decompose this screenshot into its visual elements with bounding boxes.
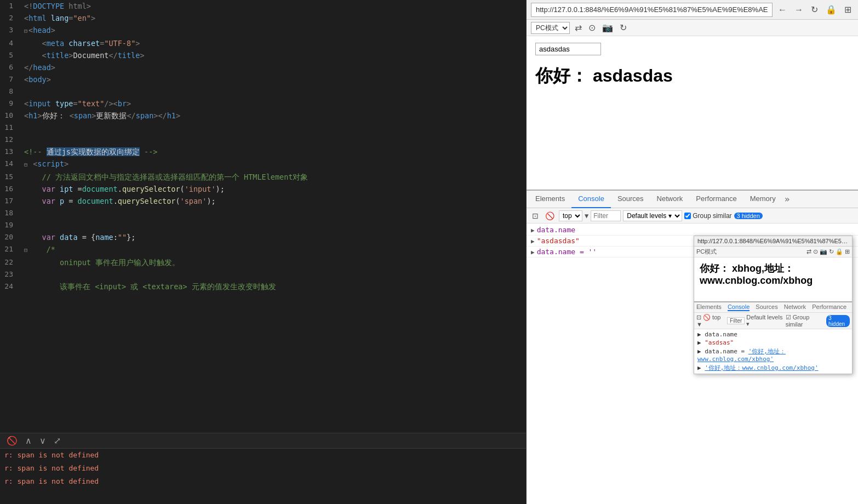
code-line-10: 10 <h1>你好： <span>更新数据</span></h1> bbox=[0, 110, 526, 122]
dt-group-similar-label[interactable]: Group similar bbox=[684, 212, 731, 220]
code-line-4: 4 <meta charset="UTF-8"> bbox=[0, 37, 526, 49]
devtools-toolbar: ⊡ 🚫 top ▼ Default levels ▾ Group similar… bbox=[527, 208, 858, 224]
tab-network[interactable]: Network bbox=[650, 191, 690, 208]
browser-forward-btn[interactable]: → bbox=[792, 4, 805, 16]
code-line-1: 1 <!DOCTYPE html> bbox=[0, 0, 526, 12]
dt-filter-label: ▼ bbox=[585, 212, 588, 220]
console-toolbar: 🚫 ∧ ∨ ⤢ bbox=[0, 433, 526, 449]
dt-hidden-badge: 3 hidden bbox=[734, 213, 763, 219]
code-area: 1 <!DOCTYPE html> 2 <html lang="en"> 3 ⊟… bbox=[0, 0, 526, 433]
popup-devtools-tabs: Elements Console Sources Network Perform… bbox=[694, 302, 852, 313]
browser-grid-btn[interactable]: ⊞ bbox=[842, 3, 854, 16]
dt-clear-btn[interactable]: 🚫 bbox=[543, 211, 557, 221]
code-line-7: 7 <body> bbox=[0, 73, 526, 85]
log-text-1: data.name bbox=[537, 226, 575, 234]
url-input[interactable] bbox=[531, 3, 773, 17]
code-line-18: 18 bbox=[0, 207, 526, 219]
console-error-1: r: span is not defined bbox=[0, 449, 526, 462]
log-arrow-2: ▶ bbox=[531, 238, 535, 245]
code-line-15: 15 // 方法返回文档中与指定选择器或选择器组匹配的第一个 HTMLEleme… bbox=[0, 171, 526, 183]
code-line-6: 6 </head> bbox=[0, 61, 526, 73]
browser-lock-btn[interactable]: 🔒 bbox=[823, 3, 839, 16]
log-arrow-1: ▶ bbox=[531, 227, 535, 234]
popup-log-3: ▶ data.name = '你好,地址：www.cnblog.com/xbho… bbox=[696, 347, 850, 363]
tab-console[interactable]: Console bbox=[571, 191, 611, 208]
popup-log-2: ▶ "asdsas" bbox=[696, 339, 850, 347]
console-error-3: r: span is not defined bbox=[0, 475, 526, 488]
code-line-5: 5 <title>Document</title> bbox=[0, 49, 526, 61]
browser-viewport: 你好： asdasdas bbox=[527, 36, 858, 190]
popup-log-area: ▶ data.name ▶ "asdsas" ▶ data.name = '你好… bbox=[694, 329, 852, 374]
popup-heading: 你好： xbhog,地址： www.cnblog.com/xbhog bbox=[700, 262, 846, 287]
code-line-12: 12 bbox=[0, 134, 526, 146]
console-down-btn[interactable]: ∨ bbox=[37, 436, 48, 446]
dt-inspect-btn[interactable]: ⊡ bbox=[530, 211, 541, 221]
browser-url-bar: ← → ↻ 🔒 ⊞ bbox=[527, 0, 858, 20]
tab-memory[interactable]: Memory bbox=[743, 191, 782, 208]
console-expand-btn[interactable]: ⤢ bbox=[52, 436, 63, 446]
browser-back-btn[interactable]: ← bbox=[776, 4, 789, 16]
dt-levels-select[interactable]: Default levels ▾ bbox=[623, 210, 682, 221]
code-line-24: 24 该事件在 <input> 或 <textarea> 元素的值发生改变时触发 bbox=[0, 280, 526, 293]
viewport-heading: 你好： asdasdas bbox=[535, 64, 849, 88]
code-line-11: 11 bbox=[0, 122, 526, 134]
code-line-22: 22 oninput 事件在用户输入时触发。 bbox=[0, 256, 526, 268]
log-arrow-3: ▶ bbox=[531, 249, 535, 256]
console-up-btn[interactable]: ∧ bbox=[23, 436, 34, 446]
popup-mode-bar: PC模式 ⇄ ⊙ 📷 ↻ 🔒 ⊞ bbox=[694, 247, 852, 257]
code-line-20: 20 var data = {name:""}; bbox=[0, 231, 526, 243]
preview-popup: http://127.0.0.1:8848/%E6%9A%91%E5%81%87… bbox=[694, 236, 853, 374]
code-line-14: 14 ⊟ <script> bbox=[0, 158, 526, 171]
code-line-19: 19 bbox=[0, 219, 526, 231]
browser-refresh-btn[interactable]: ↻ bbox=[809, 3, 820, 16]
dt-filter-input[interactable] bbox=[591, 210, 621, 221]
mode-bar: PC模式 ⇄ ⊙ 📷 ↻ bbox=[527, 20, 858, 36]
responsive-btn[interactable]: ⇄ bbox=[573, 22, 584, 33]
editor-console-area: 🚫 ∧ ∨ ⤢ r: span is not defined r: span i… bbox=[0, 433, 526, 504]
code-line-17: 17 var p = document.querySelector('span'… bbox=[0, 195, 526, 207]
popup-log-1: ▶ data.name bbox=[696, 330, 850, 339]
popup-log-4: ▶ '你好,地址：www.cnblog.com/xbhog' bbox=[696, 363, 850, 373]
code-line-8: 8 bbox=[0, 85, 526, 98]
popup-viewport: 你好： xbhog,地址： www.cnblog.com/xbhog bbox=[694, 257, 852, 301]
tab-elements[interactable]: Elements bbox=[529, 191, 571, 208]
code-line-21: 21 ⊟ /* bbox=[0, 243, 526, 256]
code-line-3: 3 ⊟<head> bbox=[0, 24, 526, 37]
refresh-mode-btn[interactable]: ↻ bbox=[618, 22, 628, 33]
console-error-2: r: span is not defined bbox=[0, 462, 526, 475]
viewport-text-input[interactable] bbox=[535, 43, 601, 55]
code-line-23: 23 bbox=[0, 268, 526, 280]
dt-context-select[interactable]: top bbox=[559, 210, 582, 221]
log-text-2: "asdasdas" bbox=[537, 237, 580, 245]
devtools-tab-more[interactable]: » bbox=[782, 194, 792, 204]
tab-performance[interactable]: Performance bbox=[689, 191, 743, 208]
code-line-2: 2 <html lang="en"> bbox=[0, 12, 526, 24]
code-line-9: 9 <input type="text"/><br> bbox=[0, 98, 526, 110]
code-line-13: 13 <!-- 通过js实现数据的双向绑定 --> bbox=[0, 146, 526, 158]
console-clear-btn[interactable]: 🚫 bbox=[4, 436, 20, 446]
inspect-btn[interactable]: ⊙ bbox=[587, 22, 597, 33]
popup-devtools-toolbar: ⊡ 🚫 top ▼ Filter Default levels ▾ ☑ Grou… bbox=[694, 313, 852, 329]
screenshot-btn[interactable]: 📷 bbox=[600, 22, 615, 33]
popup-url-bar: http://127.0.0.1:8848/%E6%9A%91%E5%81%87… bbox=[694, 236, 852, 247]
tab-sources[interactable]: Sources bbox=[611, 191, 650, 208]
editor-panel: 1 <!DOCTYPE html> 2 <html lang="en"> 3 ⊟… bbox=[0, 0, 526, 504]
log-entry-1[interactable]: ▶ data.name bbox=[527, 225, 858, 236]
code-line-16: 16 var ipt =document.querySelector('inpu… bbox=[0, 183, 526, 195]
mode-select[interactable]: PC模式 bbox=[531, 22, 570, 34]
devtools-tabs: Elements Console Sources Network Perform… bbox=[527, 191, 858, 208]
dt-group-similar-checkbox[interactable] bbox=[684, 213, 691, 219]
log-text-3: data.name = '' bbox=[537, 248, 597, 256]
popup-devtools: Elements Console Sources Network Perform… bbox=[694, 301, 852, 374]
